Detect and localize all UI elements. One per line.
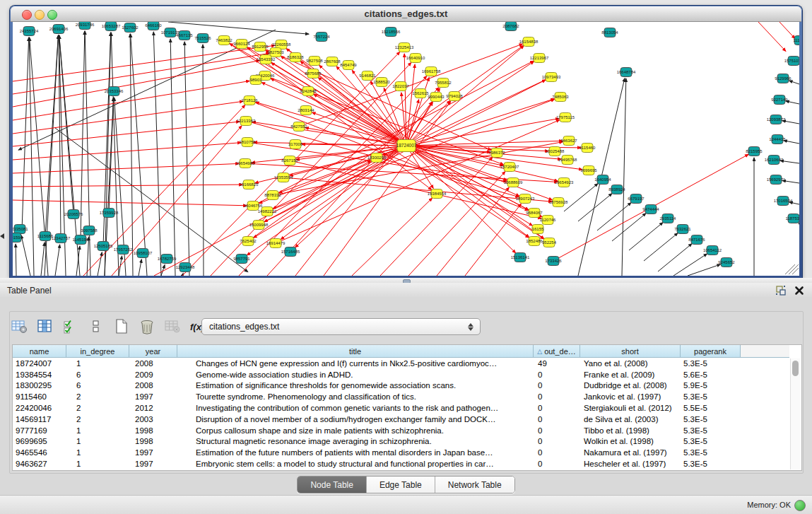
window-title: citations_edges.txt	[11, 6, 801, 21]
sort-ascending-icon: △	[537, 348, 542, 355]
network-node-label: 1120746	[540, 218, 557, 222]
table-cell: 5.9E-5	[681, 381, 741, 390]
rows-icon[interactable]	[87, 318, 105, 335]
close-icon[interactable]	[794, 285, 805, 296]
window-title-bar[interactable]: citations_edges.txt	[11, 6, 801, 22]
network-node-label: 391594	[13, 235, 23, 240]
network-edge	[688, 264, 720, 276]
network-node-label: 2087682	[502, 24, 519, 28]
network-node-label: 7485063	[552, 95, 569, 99]
network-node-label: 9146821	[359, 74, 376, 78]
table-gear-icon[interactable]	[11, 318, 29, 335]
network-node-label: 17957252	[114, 247, 133, 252]
table-cell: 5.3E-5	[681, 460, 741, 468]
network-node-label: 7557224	[313, 35, 330, 39]
column-header-year[interactable]: year	[129, 345, 177, 358]
table-row[interactable]: 977716911998Corpus callosum shape and si…	[13, 425, 741, 436]
network-node-label: 18756928	[549, 200, 568, 204]
table-row[interactable]: 969969511998Structural magnetic resonanc…	[13, 436, 741, 448]
network-node-label: 8471676	[688, 238, 705, 242]
memory-indicator-icon[interactable]	[794, 500, 806, 511]
table-row[interactable]: 1872400712008Changes of HCN gene express…	[13, 358, 741, 369]
network-node-label: 16009948	[249, 223, 269, 227]
table-row[interactable]: 1456911722003Disruption of a novel membe…	[13, 414, 741, 425]
table-cell: 0	[534, 370, 580, 379]
column-header-indegree[interactable]: in_degree	[66, 345, 129, 358]
column-header-short[interactable]: short	[580, 345, 681, 358]
delete-table-icon[interactable]	[163, 318, 182, 335]
network-edge	[622, 78, 626, 276]
table-cell: 2008	[129, 359, 177, 368]
network-node-label: 9990443	[428, 95, 445, 99]
table-cell: Corpus callosum shape and size in male p…	[177, 426, 534, 435]
collapsed-panel-arrow-icon[interactable]	[0, 233, 4, 239]
tab-network-table[interactable]: Network Table	[435, 477, 514, 493]
table-cell: 1997	[129, 392, 177, 401]
network-node-label: 317006	[288, 142, 303, 146]
table-cell: 2008	[129, 381, 177, 390]
network-node-label: 1187533	[786, 216, 799, 221]
resize-grip-icon[interactable]	[792, 268, 799, 274]
network-node-label: 16914479	[266, 241, 286, 245]
network-node-label: 15751074	[784, 59, 799, 63]
table-cell: 1997	[129, 460, 177, 468]
table-cell: 1	[66, 426, 129, 435]
tab-node-table[interactable]: Node Table	[298, 477, 367, 493]
network-edge	[644, 233, 678, 261]
network-node-label: 111296	[793, 38, 799, 42]
table-row[interactable]: 911546021997Tourette syndrome. Phenomeno…	[13, 391, 741, 402]
column-header-pagerank[interactable]: pagerank	[681, 345, 741, 358]
network-node-label: 9857791	[233, 257, 250, 261]
table-row[interactable]: 1938455462009Genome-wide association stu…	[13, 369, 741, 380]
table-cell: 0	[534, 437, 580, 445]
table-cell: Wolkin et al. (1998)	[580, 437, 681, 445]
network-node-label: 19654923	[555, 180, 574, 185]
network-node-label: 10653287	[102, 24, 121, 28]
network-node-label: 15136141	[511, 255, 530, 259]
network-graph[interactable]: 2435572420691406209317461065328715276026…	[13, 22, 799, 276]
checkboxes-icon[interactable]	[61, 318, 80, 335]
table-row[interactable]: 2242004622012Investigating the contribut…	[13, 402, 741, 414]
network-node-label: 22260558	[272, 42, 291, 47]
float-window-icon[interactable]	[775, 285, 787, 296]
table-cell: Nakamura et al. (1997)	[580, 448, 681, 457]
trash-icon[interactable]	[138, 318, 156, 335]
network-node-label: 12505185	[94, 244, 113, 248]
table-columns-icon[interactable]	[36, 318, 54, 335]
network-node-label: 18907243	[516, 197, 535, 201]
network-node-label: 7955812	[435, 81, 452, 85]
network-node-label: 7515526	[194, 36, 211, 40]
table-scrollbar[interactable]	[790, 358, 801, 469]
table-cell: Hescheler et al. (1997)	[580, 460, 681, 468]
network-node-label: 10973493	[542, 75, 561, 79]
table-cell: Embryonic stem cells: a model to study s…	[177, 460, 534, 468]
new-document-icon[interactable]	[112, 318, 131, 335]
column-header-title[interactable]: title	[177, 345, 534, 358]
network-edge	[758, 22, 786, 51]
network-node-label: 8215955	[746, 149, 763, 153]
table-cell: Stergiakouli et al. (2012)	[580, 404, 681, 412]
table-cell: 5.3E-5	[681, 359, 741, 368]
table-row[interactable]: 1830029562008Estimation of significance …	[13, 380, 741, 392]
network-canvas[interactable]: 2435572420691406209317461065328715276026…	[13, 22, 799, 276]
minimize-traffic-light[interactable]	[35, 10, 45, 20]
network-node-label: 1244415	[769, 137, 786, 141]
tab-edge-table[interactable]: Edge Table	[367, 477, 435, 493]
column-header-name[interactable]: name	[13, 345, 66, 358]
table-select-dropdown[interactable]: citations_edges.txt	[201, 318, 481, 335]
table-row[interactable]: 946554611997Estimation of the future num…	[13, 447, 741, 458]
column-header-outde[interactable]: △out_de…	[534, 345, 580, 358]
zoom-traffic-light[interactable]	[47, 10, 57, 20]
table-row[interactable]: 946362711997Embryonic stem cells: a mode…	[13, 458, 741, 469]
scrollbar-thumb[interactable]	[792, 361, 799, 376]
table-cell: 2	[66, 415, 129, 424]
table-panel-header: Table Panel	[0, 283, 812, 299]
close-traffic-light[interactable]	[22, 10, 32, 20]
table-cell: 9777169	[13, 426, 66, 435]
panel-splitter[interactable]	[0, 278, 812, 283]
network-node-label: 17975115	[556, 115, 575, 119]
network-node-label: 16154838	[519, 40, 539, 44]
network-edge	[29, 37, 34, 276]
network-node-label: 18300295	[367, 156, 387, 160]
table-cell: 19384554	[13, 370, 66, 379]
